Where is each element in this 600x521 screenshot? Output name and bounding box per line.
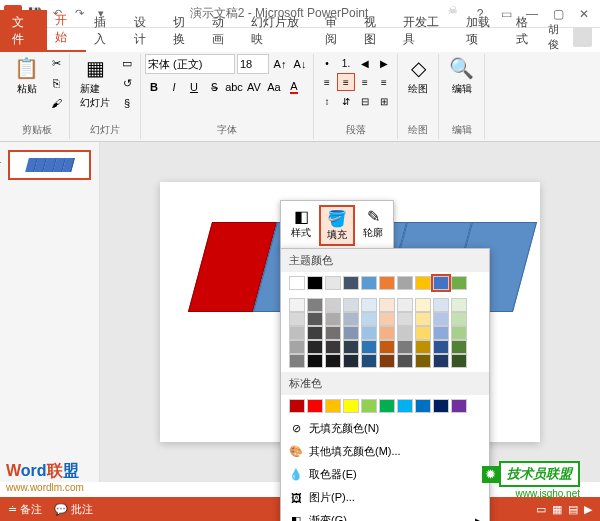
theme-tint-swatch[interactable] xyxy=(289,326,305,340)
theme-color-swatch[interactable] xyxy=(325,276,341,290)
theme-tint-swatch[interactable] xyxy=(343,354,359,368)
tab-animations[interactable]: 动画 xyxy=(204,10,243,52)
font-family-select[interactable] xyxy=(145,54,235,74)
bullets-icon[interactable]: • xyxy=(318,54,336,72)
theme-tint-swatch[interactable] xyxy=(433,340,449,354)
theme-tint-swatch[interactable] xyxy=(451,354,467,368)
theme-tint-swatch[interactable] xyxy=(325,312,341,326)
shadow-icon[interactable]: abc xyxy=(225,78,243,96)
theme-tint-swatch[interactable] xyxy=(433,354,449,368)
theme-tint-swatch[interactable] xyxy=(451,298,467,312)
tab-home[interactable]: 开始 xyxy=(47,8,86,52)
standard-color-swatch[interactable] xyxy=(379,399,395,413)
theme-tint-swatch[interactable] xyxy=(343,326,359,340)
theme-tint-swatch[interactable] xyxy=(307,298,323,312)
theme-tint-swatch[interactable] xyxy=(325,298,341,312)
standard-color-swatch[interactable] xyxy=(325,399,341,413)
picture-fill-item[interactable]: 🖼 图片(P)... xyxy=(281,486,489,509)
theme-tint-swatch[interactable] xyxy=(379,312,395,326)
theme-tint-swatch[interactable] xyxy=(343,298,359,312)
theme-tint-swatch[interactable] xyxy=(307,354,323,368)
theme-tint-swatch[interactable] xyxy=(451,312,467,326)
theme-tint-swatch[interactable] xyxy=(397,312,413,326)
align-text-icon[interactable]: ⊟ xyxy=(356,92,374,110)
theme-color-swatch[interactable] xyxy=(379,276,395,290)
section-icon[interactable]: § xyxy=(118,94,136,112)
theme-tint-swatch[interactable] xyxy=(325,354,341,368)
font-color-icon[interactable]: A xyxy=(285,78,303,96)
italic-icon[interactable]: I xyxy=(165,78,183,96)
theme-tint-swatch[interactable] xyxy=(361,354,377,368)
user-name[interactable]: 胡俊 xyxy=(548,22,569,52)
tab-slideshow[interactable]: 幻灯片放映 xyxy=(243,10,317,52)
eyedropper-item[interactable]: 💧 取色器(E) xyxy=(281,463,489,486)
theme-tint-swatch[interactable] xyxy=(289,340,305,354)
status-comments[interactable]: 💬 批注 xyxy=(54,502,93,517)
theme-tint-swatch[interactable] xyxy=(289,312,305,326)
tab-insert[interactable]: 插入 xyxy=(86,10,125,52)
theme-tint-swatch[interactable] xyxy=(397,298,413,312)
theme-tint-swatch[interactable] xyxy=(289,298,305,312)
strikethrough-icon[interactable]: S̶ xyxy=(205,78,223,96)
tab-view[interactable]: 视图 xyxy=(356,10,395,52)
standard-color-swatch[interactable] xyxy=(433,399,449,413)
case-icon[interactable]: Aa xyxy=(265,78,283,96)
theme-color-swatch[interactable] xyxy=(433,276,449,290)
theme-tint-swatch[interactable] xyxy=(397,340,413,354)
format-painter-icon[interactable]: 🖌 xyxy=(47,94,65,112)
standard-color-swatch[interactable] xyxy=(307,399,323,413)
align-center-icon[interactable]: ≡ xyxy=(337,73,355,91)
theme-tint-swatch[interactable] xyxy=(289,354,305,368)
theme-color-swatch[interactable] xyxy=(397,276,413,290)
smartart-icon[interactable]: ⊞ xyxy=(375,92,393,110)
theme-color-swatch[interactable] xyxy=(343,276,359,290)
mini-fill-button[interactable]: 🪣 填充 xyxy=(319,205,355,246)
normal-view-icon[interactable]: ▭ xyxy=(536,503,546,516)
gradient-item[interactable]: ◧ 渐变(G) ▸ xyxy=(281,509,489,521)
status-notes[interactable]: ≐ 备注 xyxy=(8,502,42,517)
theme-tint-swatch[interactable] xyxy=(415,298,431,312)
standard-color-swatch[interactable] xyxy=(415,399,431,413)
theme-tint-swatch[interactable] xyxy=(415,354,431,368)
standard-color-swatch[interactable] xyxy=(289,399,305,413)
editing-button[interactable]: 🔍 编辑 xyxy=(443,54,480,98)
layout-icon[interactable]: ▭ xyxy=(118,54,136,72)
theme-tint-swatch[interactable] xyxy=(325,326,341,340)
font-size-select[interactable] xyxy=(237,54,269,74)
mini-outline-button[interactable]: ✎ 轮廓 xyxy=(357,205,389,246)
theme-tint-swatch[interactable] xyxy=(379,354,395,368)
theme-tint-swatch[interactable] xyxy=(397,326,413,340)
standard-color-swatch[interactable] xyxy=(343,399,359,413)
theme-color-swatch[interactable] xyxy=(307,276,323,290)
theme-tint-swatch[interactable] xyxy=(433,312,449,326)
reading-view-icon[interactable]: ▤ xyxy=(568,503,578,516)
theme-tint-swatch[interactable] xyxy=(361,312,377,326)
theme-tint-swatch[interactable] xyxy=(433,326,449,340)
text-direction-icon[interactable]: ⇵ xyxy=(337,92,355,110)
theme-tint-swatch[interactable] xyxy=(307,340,323,354)
more-colors-item[interactable]: 🎨 其他填充颜色(M)... xyxy=(281,440,489,463)
increase-font-icon[interactable]: A↑ xyxy=(271,55,289,73)
theme-tint-swatch[interactable] xyxy=(307,312,323,326)
theme-tint-swatch[interactable] xyxy=(307,326,323,340)
theme-tint-swatch[interactable] xyxy=(451,326,467,340)
theme-tint-swatch[interactable] xyxy=(343,312,359,326)
theme-tint-swatch[interactable] xyxy=(397,354,413,368)
copy-icon[interactable]: ⎘ xyxy=(47,74,65,92)
standard-color-swatch[interactable] xyxy=(361,399,377,413)
theme-tint-swatch[interactable] xyxy=(415,312,431,326)
theme-tint-swatch[interactable] xyxy=(361,298,377,312)
theme-tint-swatch[interactable] xyxy=(379,298,395,312)
mini-style-button[interactable]: ◧ 样式 xyxy=(285,205,317,246)
theme-tint-swatch[interactable] xyxy=(379,326,395,340)
theme-tint-swatch[interactable] xyxy=(325,340,341,354)
indent-increase-icon[interactable]: ▶ xyxy=(375,54,393,72)
align-left-icon[interactable]: ≡ xyxy=(318,73,336,91)
slideshow-view-icon[interactable]: ▶ xyxy=(584,503,592,516)
no-fill-item[interactable]: ⊘ 无填充颜色(N) xyxy=(281,417,489,440)
theme-tint-swatch[interactable] xyxy=(415,326,431,340)
decrease-font-icon[interactable]: A↓ xyxy=(291,55,309,73)
theme-color-swatch[interactable] xyxy=(451,276,467,290)
theme-tint-swatch[interactable] xyxy=(361,340,377,354)
maximize-button[interactable]: ▢ xyxy=(546,4,570,24)
